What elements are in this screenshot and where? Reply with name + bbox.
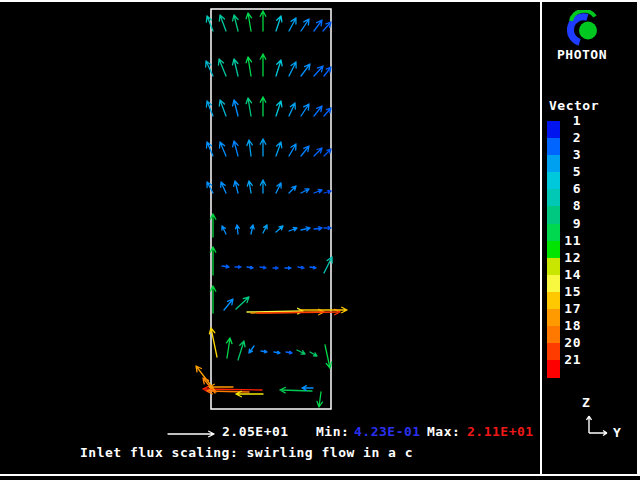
legend-label: 11: [561, 234, 581, 248]
vector-arrow: [317, 392, 322, 407]
photon-logo-icon: [564, 10, 608, 50]
vector-arrow: [238, 341, 245, 360]
vector-arrow: [260, 139, 266, 156]
vector-arrow: [236, 297, 249, 309]
vector-arrow: [249, 346, 254, 353]
vector-arrow: [324, 190, 331, 193]
vector-arrow: [276, 60, 282, 76]
vector-arrow: [297, 350, 305, 354]
vector-arrow: [246, 98, 252, 116]
vector-arrow: [246, 57, 252, 76]
vector-arrow: [219, 59, 227, 76]
legend-label: 2: [561, 131, 581, 145]
logo-text: PHOTON: [557, 48, 607, 62]
scale-value: 2.05E+01: [222, 425, 289, 439]
vector-arrow: [314, 148, 322, 156]
vector-arrow: [301, 64, 310, 76]
vector-arrow: [324, 108, 331, 116]
vector-arrow: [324, 149, 331, 156]
legend-swatch: [547, 241, 560, 258]
vector-arrow: [323, 22, 331, 31]
vector-arrow: [273, 267, 278, 269]
vector-arrow: [233, 15, 238, 31]
vector-arrow: [247, 140, 253, 156]
legend-label: 8: [561, 199, 581, 213]
vector-arrow: [206, 61, 213, 76]
min-value: 4.23E-01: [354, 425, 421, 439]
vector-arrow: [222, 265, 229, 268]
vector-arrow: [222, 226, 226, 234]
axis-orientation-icon: [587, 416, 608, 436]
vector-arrow: [289, 186, 296, 193]
vector-arrow: [220, 142, 227, 156]
vector-arrow: [219, 15, 226, 31]
legend-label: 18: [561, 319, 581, 333]
legend-label: 12: [561, 251, 581, 265]
vector-arrow: [260, 97, 266, 116]
vector-arrow: [276, 142, 282, 156]
vector-arrow: [301, 189, 309, 193]
legend-swatch: [547, 138, 560, 155]
vector-arrow: [289, 228, 297, 232]
vector-arrow: [289, 18, 296, 31]
vector-arrow: [227, 338, 233, 358]
legend-item: 21: [547, 360, 583, 377]
vector-arrow: [233, 59, 239, 76]
legend-swatch: [547, 155, 560, 172]
vector-plot-canvas: [0, 0, 640, 480]
vector-arrow: [301, 146, 309, 156]
vector-arrow: [314, 106, 322, 116]
legend-label: 5: [561, 165, 581, 179]
legend-label: 15: [561, 285, 581, 299]
vector-arrow: [224, 299, 233, 310]
vector-arrow: [236, 225, 240, 234]
vector-arrow: [301, 227, 310, 231]
vector-arrow: [276, 16, 282, 31]
vector-arrow: [263, 225, 267, 233]
vector-arrow: [302, 386, 313, 391]
vector-arrow: [235, 266, 241, 268]
vector-arrow: [276, 101, 282, 116]
vector-arrow: [234, 181, 239, 193]
axis-z-label: Z: [582, 396, 590, 410]
vector-arrow: [324, 227, 331, 230]
vector-arrow: [233, 141, 238, 156]
vector-arrow: [324, 67, 331, 76]
legend-swatch: [547, 360, 560, 377]
vector-arrow: [301, 104, 309, 116]
scale-minmax-row: 2.05E+01 Min: 4.23E-01 Max: 2.11E+01: [0, 425, 540, 441]
legend-label: 21: [561, 353, 581, 367]
vector-arrow: [314, 20, 322, 31]
plot-title: Inlet flux scaling: swirling flow in a c: [80, 446, 413, 460]
legend-label: 9: [561, 217, 581, 231]
legend-swatch: [547, 326, 560, 343]
legend-swatch: [547, 121, 560, 138]
vector-arrow: [260, 54, 266, 76]
vector-arrow: [206, 101, 213, 116]
legend-swatch: [547, 292, 560, 309]
vector-arrow: [286, 351, 292, 353]
vector-arrow: [289, 62, 296, 76]
vector-arrow: [221, 182, 226, 193]
legend-swatch: [547, 309, 560, 326]
photon-app-window: PHOTON Vector 12356891112141517182021 Z …: [0, 0, 640, 480]
vector-arrow: [250, 225, 254, 234]
max-label: Max:: [427, 425, 460, 439]
legend-label: 17: [561, 302, 581, 316]
vector-arrow: [310, 352, 317, 356]
vector-arrow: [301, 19, 309, 31]
vector-arrow: [289, 144, 296, 156]
legend-swatch: [547, 258, 560, 275]
vector-arrow: [298, 266, 304, 268]
legend-label: 3: [561, 148, 581, 162]
vector-arrow: [314, 190, 322, 194]
vector-arrow: [207, 142, 214, 156]
legend-label: 6: [561, 182, 581, 196]
min-label: Min:: [316, 425, 349, 439]
vector-arrow: [246, 13, 252, 31]
vector-arrow: [276, 226, 283, 232]
legend-label: 14: [561, 268, 581, 282]
vector-arrow: [310, 266, 316, 268]
legend-swatch: [547, 172, 560, 189]
vector-arrow: [206, 16, 213, 31]
